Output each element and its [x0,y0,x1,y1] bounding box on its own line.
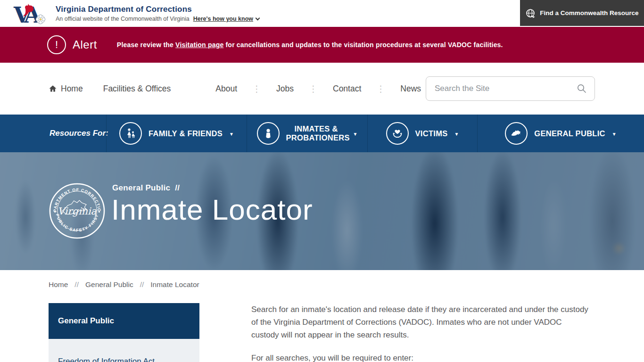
nav-item-contact[interactable]: Contact [333,84,361,94]
hero-kicker: General Public // [112,183,180,193]
dots-separator-icon: ⋮ [252,83,261,94]
alert-message-prefix: Please review the [117,41,175,49]
page-title: Inmate Locator [111,193,313,226]
globe-icon [525,8,536,18]
requirements-lead: For all searches, you will be required t… [251,352,591,362]
virginia-state-icon [505,122,528,145]
nav-item-about[interactable]: About [215,84,237,94]
hero-kicker-label: General Public [112,183,170,192]
breadcrumb-inmate-locator: Inmate Locator [150,280,199,289]
dots-separator-icon: ⋮ [376,83,385,94]
sidebar-item-foia[interactable]: Freedom of Information Act [49,339,199,362]
resources-item-label: INMATES & PROBATIONERS [286,124,347,142]
breadcrumb-separator: // [140,280,144,289]
breadcrumb-separator: // [74,280,79,289]
page: VA Virginia Department of Corrections An… [0,0,644,362]
breadcrumb: Home // General Public // Inmate Locator [49,280,644,289]
resources-item-general-public[interactable]: GENERAL PUBLIC ▼ [477,115,644,152]
resources-item-victims[interactable]: VICTIMS ▼ [367,115,477,152]
search-icon [576,83,587,94]
visitation-page-link[interactable]: Visitation page [175,41,223,49]
inmate-icon [257,122,280,145]
family-friends-icon [119,122,142,145]
resources-item-label: FAMILY & FRIENDS [149,129,223,138]
va-logo-icon: VA [13,1,48,26]
intro-paragraph: Search for an inmate's location and rele… [251,303,591,341]
vadoc-seal: DEPARTMENT OF CORRECTIONS PUBLIC SAFETY … [49,182,106,239]
main-navigation: Home Facilities & Offices About ⋮ Jobs ⋮… [0,63,644,115]
sidebar: General Public Freedom of Information Ac… [49,303,199,362]
nav-item-news[interactable]: News [400,84,421,94]
nav-item-home[interactable]: Home [49,84,83,94]
resources-bar: Resources For: FAMILY & FRIENDS ▼ INM [0,115,644,152]
dots-separator-icon: ⋮ [309,83,318,94]
alert-banner: ! Alert Please review the Visitation pag… [0,27,644,63]
nav-label: Jobs [276,84,294,94]
alert-message-suffix: for cancellations and updates to the vis… [223,41,503,49]
resources-item-label: VICTIMS [415,129,448,138]
nav-label: Facilities & Offices [103,84,171,94]
caret-down-icon: ▼ [612,132,617,137]
breadcrumb-home[interactable]: Home [49,280,68,289]
nav-item-jobs[interactable]: Jobs [276,84,294,94]
agency-title: Virginia Department of Corrections [56,5,259,14]
nav-label: Home [61,84,83,94]
site-header: VA Virginia Department of Corrections An… [0,0,644,27]
caret-down-icon: ▼ [454,132,459,137]
seal-virginia-text: Virginia [58,206,97,217]
site-search-input[interactable] [426,76,595,101]
nav-label: News [400,84,421,94]
heres-how-you-know-link[interactable]: Here's how you know [193,16,253,22]
sidebar-header-general-public[interactable]: General Public [49,303,199,339]
nav-item-facilities-offices[interactable]: Facilities & Offices [103,84,171,94]
resources-for-label: Resources For: [0,115,106,152]
find-commonwealth-resource-button[interactable]: Find a Commonwealth Resource [520,0,644,26]
caret-down-icon: ▼ [353,132,358,137]
content-area: General Public Freedom of Information Ac… [0,303,644,362]
vadoc-logo[interactable]: VA [13,1,48,26]
chevron-down-icon[interactable] [256,16,260,20]
alert-label: Alert [73,38,97,51]
search-submit-button[interactable] [576,82,589,95]
resources-item-inmates-probationers[interactable]: INMATES & PROBATIONERS ▼ [247,115,367,152]
resources-item-family-friends[interactable]: FAMILY & FRIENDS ▼ [106,115,247,152]
official-website-text: An official website of the Commonwealth … [56,16,190,22]
alert-exclamation-icon: ! [47,35,66,54]
resources-item-label: GENERAL PUBLIC [534,129,605,138]
caret-down-icon: ▼ [229,132,234,137]
alert-message: Please review the Visitation page for ca… [117,41,503,49]
breadcrumb-general-public[interactable]: General Public [85,280,133,289]
victims-heart-hands-icon [386,122,409,145]
resource-link-label: Find a Commonwealth Resource [540,9,638,16]
home-icon [49,84,57,93]
nav-label: Contact [333,84,361,94]
nav-label: About [215,84,237,94]
hero-kicker-separator: // [175,183,180,192]
main-content: Search for an inmate's location and rele… [251,303,591,362]
hero-banner: DEPARTMENT OF CORRECTIONS PUBLIC SAFETY … [0,152,644,270]
